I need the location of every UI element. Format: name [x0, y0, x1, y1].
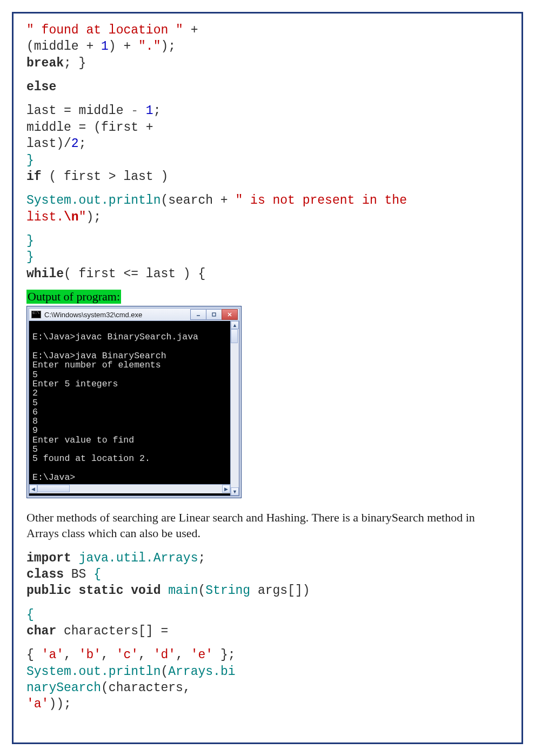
- scroll-thumb[interactable]: [231, 329, 238, 343]
- scroll-down-icon[interactable]: ▼: [231, 487, 239, 496]
- vertical-scrollbar[interactable]: ▲ ▼: [230, 321, 239, 496]
- document-frame: " found at location " + (middle + 1) + "…: [12, 12, 523, 744]
- scroll-left-icon[interactable]: ◀: [29, 485, 37, 493]
- output-label: Output of program:: [26, 290, 121, 304]
- maximize-button[interactable]: [206, 309, 222, 320]
- hscroll-thumb[interactable]: [37, 485, 70, 492]
- minimize-button[interactable]: [190, 309, 206, 320]
- cmd-icon: [31, 311, 41, 318]
- console-output: E:\Java>javac BinarySearch.java E:\Java>…: [32, 323, 236, 482]
- console-title: C:\Windows\system32\cmd.exe: [44, 311, 191, 319]
- console-titlebar: C:\Windows\system32\cmd.exe: [29, 308, 239, 321]
- scroll-up-icon[interactable]: ▲: [231, 321, 239, 329]
- description-paragraph: Other methods of searching are Linear se…: [26, 510, 509, 541]
- horizontal-scrollbar[interactable]: ◀ ▶: [29, 484, 239, 493]
- scroll-right-icon[interactable]: ▶: [222, 485, 230, 493]
- close-button[interactable]: [222, 309, 238, 320]
- console-window: C:\Windows\system32\cmd.exe E:\Java>java…: [26, 306, 242, 498]
- code-block-2: import java.util.Arrays; class BS { publ…: [26, 550, 509, 599]
- svg-rect-1: [212, 313, 216, 316]
- code-block-1: " found at location " + (middle + 1) + "…: [26, 22, 509, 71]
